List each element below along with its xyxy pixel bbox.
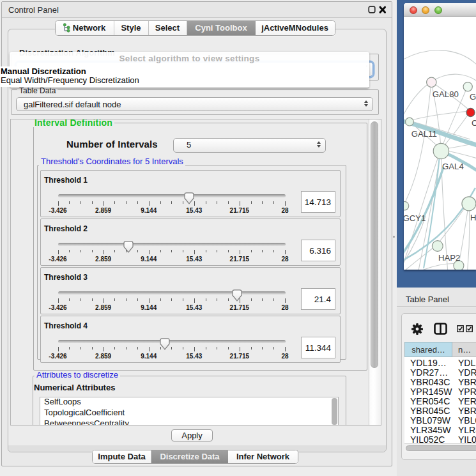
svg-text:HAP2: HAP2 bbox=[438, 253, 460, 263]
svg-text:GAL4: GAL4 bbox=[442, 162, 464, 171]
svg-text:C: C bbox=[472, 118, 476, 128]
svg-text:GAL80: GAL80 bbox=[433, 89, 459, 99]
svg-text:GA: GA bbox=[470, 92, 476, 102]
svg-text:H: H bbox=[470, 213, 476, 222]
svg-text:GCY1: GCY1 bbox=[404, 213, 426, 223]
svg-text:GAL11: GAL11 bbox=[411, 129, 437, 139]
